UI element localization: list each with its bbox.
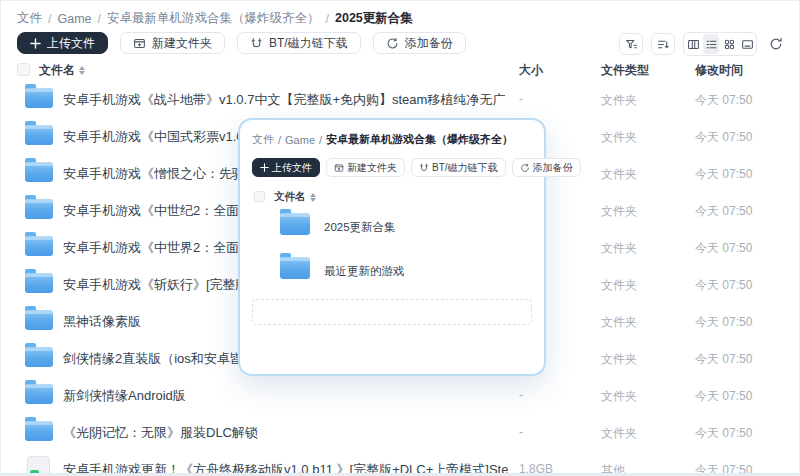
breadcrumb: 文件 / Game / 安卓最新单机游戏合集（爆炸级齐全） / 2025更新合集 — [17, 10, 413, 27]
file-modified: 今天 07:50 — [695, 240, 752, 257]
file-type: 文件夹 — [601, 277, 637, 294]
new-folder-icon — [133, 37, 146, 50]
file-size: - — [519, 425, 523, 439]
popup-breadcrumb-current: 安卓最新单机游戏合集（爆炸级齐全） — [326, 132, 513, 147]
new-folder-label: 新建文件夹 — [152, 35, 212, 52]
breadcrumb-item[interactable]: 文件 — [17, 10, 42, 27]
plus-icon — [30, 38, 41, 49]
folder-icon — [25, 384, 53, 404]
file-modified: 今天 07:50 — [695, 388, 752, 405]
popup-select-all-checkbox[interactable] — [254, 191, 265, 202]
backup-circle-icon — [520, 163, 530, 173]
add-backup-label: 添加备份 — [405, 35, 453, 52]
file-modified: 今天 07:50 — [695, 425, 752, 442]
popup-column-header-name[interactable]: 文件名 — [274, 190, 316, 204]
table-row[interactable]: 新剑侠情缘Android版 - 文件夹 今天 07:50 — [1, 376, 799, 413]
file-modified: 今天 07:50 — [695, 314, 752, 331]
column-view-icon — [687, 38, 700, 51]
popup-add-backup-button[interactable]: 添加备份 — [512, 158, 581, 177]
sort-button[interactable] — [651, 33, 675, 55]
magnet-icon — [250, 37, 263, 50]
breadcrumb-separator: / — [326, 12, 329, 26]
new-folder-button[interactable]: 新建文件夹 — [120, 32, 225, 54]
file-modified: 今天 07:50 — [695, 277, 752, 294]
folder-icon — [25, 273, 53, 293]
file-type: 文件夹 — [601, 388, 637, 405]
plus-icon — [260, 163, 269, 172]
column-header-name[interactable]: 文件名 — [39, 62, 85, 79]
sort-arrows-icon — [310, 193, 316, 202]
popup-file-name[interactable]: 最近更新的游戏 — [324, 264, 405, 279]
view-toolbar — [619, 32, 787, 56]
popup-bt-magnet-download-label: BT/磁力链下载 — [432, 161, 498, 175]
folder-icon — [25, 310, 53, 330]
popup-breadcrumb-separator: / — [319, 134, 322, 146]
list-view-button[interactable] — [703, 34, 719, 54]
new-folder-icon — [334, 163, 344, 173]
popup-upload-file-button[interactable]: 上传文件 — [252, 158, 320, 177]
file-type: 文件夹 — [601, 92, 637, 109]
toolbar: 上传文件 新建文件夹 BT/磁力链下载 添加备份 — [17, 32, 466, 54]
popup-table-row[interactable]: 最近更新的游戏 — [252, 248, 532, 292]
popup-upload-file-label: 上传文件 — [272, 161, 312, 175]
popup-breadcrumb-separator: / — [278, 134, 281, 146]
card-view-button[interactable] — [738, 33, 756, 55]
upload-file-button[interactable]: 上传文件 — [17, 32, 108, 54]
folder-icon — [280, 257, 310, 279]
folder-icon — [280, 213, 310, 235]
file-size: - — [519, 92, 523, 106]
upload-file-label: 上传文件 — [47, 35, 95, 52]
breadcrumb-item[interactable]: 安卓最新单机游戏合集（爆炸级齐全） — [107, 10, 320, 27]
file-name[interactable]: 新剑侠情缘Android版 — [63, 387, 186, 405]
table-row[interactable]: 安卓手机游戏《战斗地带》v1.0.7中文【完整版+免内购】steam移植纯净无广… — [1, 80, 799, 117]
popup-file-name[interactable]: 2025更新合集 — [324, 220, 396, 235]
column-header-size[interactable]: 大小 — [519, 62, 543, 79]
sort-icon — [657, 38, 670, 51]
column-view-button[interactable] — [684, 33, 702, 55]
list-view-icon — [705, 38, 718, 51]
bottom-edge-divider — [1, 473, 799, 475]
breadcrumb-item[interactable]: Game — [57, 12, 91, 26]
file-type: 文件夹 — [601, 166, 637, 183]
file-type: 文件夹 — [601, 314, 637, 331]
breadcrumb-separator: / — [98, 12, 101, 26]
popup-table-header: 文件名 — [252, 190, 532, 204]
grid-view-icon — [723, 38, 736, 51]
folder-icon — [25, 162, 53, 182]
file-size: - — [519, 388, 523, 402]
column-header-type[interactable]: 文件类型 — [601, 62, 649, 79]
folder-icon — [25, 347, 53, 367]
breadcrumb-separator: / — [48, 12, 51, 26]
grid-view-button[interactable] — [720, 33, 738, 55]
table-header: 文件名 大小 文件类型 修改时间 — [1, 61, 799, 80]
bt-magnet-download-label: BT/磁力链下载 — [269, 35, 348, 52]
file-modified: 今天 07:50 — [695, 351, 752, 368]
add-backup-button[interactable]: 添加备份 — [373, 32, 466, 54]
file-modified: 今天 07:50 — [695, 92, 752, 109]
file-name[interactable]: 黑神话像素版 — [63, 313, 141, 331]
popup-new-folder-button[interactable]: 新建文件夹 — [326, 158, 405, 177]
refresh-button[interactable] — [765, 33, 787, 55]
popup-table-row[interactable]: 2025更新合集 — [252, 204, 532, 248]
popup-new-folder-label: 新建文件夹 — [347, 161, 397, 175]
filter-button[interactable] — [619, 33, 643, 55]
refresh-icon — [769, 37, 783, 51]
popup-column-header-name-label: 文件名 — [274, 190, 306, 204]
file-modified: 今天 07:50 — [695, 129, 752, 146]
popup-breadcrumb-item[interactable]: 文件 — [252, 132, 274, 147]
bt-magnet-download-button[interactable]: BT/磁力链下载 — [237, 32, 361, 54]
file-type: 文件夹 — [601, 203, 637, 220]
popup-empty-dropzone[interactable] — [252, 299, 532, 325]
file-name[interactable]: 安卓手机游戏《战斗地带》v1.0.7中文【完整版+免内购】steam移植纯净无广 — [63, 91, 505, 109]
file-name[interactable]: 《光阴记忆：无限》服装DLC解锁 — [63, 424, 258, 442]
popup-toolbar: 上传文件 新建文件夹 BT/磁力链下载 添加备份 — [252, 158, 532, 177]
popup-breadcrumb: 文件 / Game / 安卓最新单机游戏合集（爆炸级齐全） — [252, 132, 532, 147]
popup-bt-magnet-download-button[interactable]: BT/磁力链下载 — [411, 158, 506, 177]
folder-icon — [25, 125, 53, 145]
popup-breadcrumb-item[interactable]: Game — [285, 134, 315, 146]
file-type: 文件夹 — [601, 351, 637, 368]
select-all-checkbox[interactable] — [17, 63, 30, 76]
column-header-modified[interactable]: 修改时间 — [695, 62, 743, 79]
breadcrumb-current: 2025更新合集 — [335, 10, 413, 27]
table-row[interactable]: 《光阴记忆：无限》服装DLC解锁 - 文件夹 今天 07:50 — [1, 413, 799, 450]
